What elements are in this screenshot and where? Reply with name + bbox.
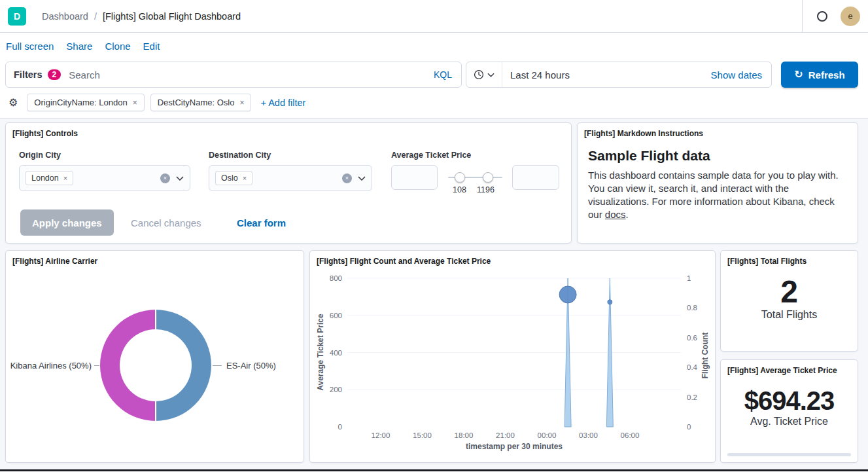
breadcrumb-dashboard[interactable]: Dashboard <box>42 11 88 22</box>
kql-button[interactable]: KQL <box>425 69 461 80</box>
markdown-body: This dashboard contains sample data for … <box>588 169 847 221</box>
price-range-row: 108 1196 <box>391 165 565 199</box>
avatar-initial: e <box>848 11 852 21</box>
filters-count-badge: 2 <box>48 69 61 80</box>
svg-text:200: 200 <box>330 386 342 393</box>
svg-text:0.6: 0.6 <box>687 334 697 342</box>
panel-title: [Flights] Average Ticket Price <box>721 360 858 375</box>
price-min-input[interactable] <box>391 165 438 190</box>
breadcrumb: Dashboard / [Flights] Global Flight Dash… <box>42 11 241 22</box>
clear-form-button[interactable]: Clear form <box>237 209 286 236</box>
breadcrumb-current-page: [Flights] Global Flight Dashboard <box>103 11 241 22</box>
chevron-down-icon[interactable] <box>358 176 366 181</box>
docs-link[interactable]: docs <box>605 209 626 220</box>
donut-hole <box>120 329 192 401</box>
dashboard-grid: [Flights] Controls Origin City London × … <box>0 118 868 469</box>
cancel-changes-button[interactable]: Cancel changes <box>131 209 201 236</box>
edit-link[interactable]: Edit <box>143 41 160 52</box>
refresh-label: Refresh <box>808 69 845 81</box>
user-avatar[interactable]: e <box>841 7 860 26</box>
remove-filter-icon[interactable]: × <box>133 99 137 107</box>
filters-button[interactable]: Filters 2 <box>6 62 69 87</box>
destination-city-tag[interactable]: Oslo × <box>215 171 252 185</box>
time-range-value[interactable]: Last 24 hours <box>502 69 711 81</box>
panel-markdown-instructions: [Flights] Markdown Instructions Sample F… <box>577 122 858 244</box>
donut-slice-gap <box>155 310 156 330</box>
avg-ticket-price-label: Avg. Ticket Price <box>721 416 858 427</box>
metric-gauge-bar <box>727 453 851 456</box>
header-bar: D Dashboard / [Flights] Global Flight Da… <box>0 0 868 33</box>
combobox-icons: × <box>160 173 184 183</box>
apply-changes-button[interactable]: Apply changes <box>20 209 114 236</box>
svg-text:21:00: 21:00 <box>496 431 515 439</box>
elastic-logo[interactable]: D <box>8 7 26 26</box>
range-min-value: 108 <box>453 185 466 194</box>
chevron-down-icon[interactable] <box>176 176 184 181</box>
ticket-price-label: Average Ticket Price <box>391 151 565 160</box>
panel-airline-carrier: [Flights] Airline Carrier Kibana Airline… <box>5 250 304 463</box>
destination-city-control: Destination City Oslo × × <box>209 151 372 191</box>
svg-text:12:00: 12:00 <box>372 431 391 439</box>
breadcrumb-separator: / <box>94 11 97 22</box>
remove-tag-icon[interactable]: × <box>63 175 67 182</box>
filter-pill-text: OriginCityName: London <box>34 98 127 107</box>
search-input[interactable] <box>69 69 425 81</box>
range-max-handle[interactable] <box>483 172 493 183</box>
ticket-price-control: Average Ticket Price 108 1196 <box>391 151 565 199</box>
remove-tag-icon[interactable]: × <box>243 175 247 182</box>
window-bottom-edge <box>0 469 868 471</box>
tag-text: Oslo <box>221 173 238 183</box>
panel-title: [Flights] Airline Carrier <box>6 251 304 266</box>
refresh-icon: ↻ <box>794 69 803 80</box>
full-screen-link[interactable]: Full screen <box>6 41 54 52</box>
dashboard-toolbar: Full screen Share Clone Edit <box>0 33 868 59</box>
svg-text:06:00: 06:00 <box>621 431 640 439</box>
chevron-down-icon <box>487 73 495 77</box>
svg-text:0: 0 <box>687 423 691 431</box>
time-quick-select-button[interactable] <box>466 62 502 87</box>
clear-selection-icon[interactable]: × <box>342 173 352 183</box>
clock-icon <box>474 69 484 80</box>
query-bar: Filters 2 KQL Last 24 hours Show dates ↻… <box>0 59 868 90</box>
panel-flight-count-price: [Flights] Flight Count and Average Ticke… <box>309 250 716 463</box>
svg-text:18:00: 18:00 <box>455 431 474 439</box>
svg-text:800: 800 <box>330 274 342 282</box>
show-dates-link[interactable]: Show dates <box>711 69 771 81</box>
pie-label-es-air: ES-Air (50%) <box>226 361 276 371</box>
svg-text:15:00: 15:00 <box>413 431 432 439</box>
panel-average-ticket-price: [Flights] Average Ticket Price $694.23 A… <box>720 359 858 463</box>
kibana-app: D Dashboard / [Flights] Global Flight Da… <box>0 0 868 471</box>
svg-text:600: 600 <box>330 312 342 319</box>
clear-selection-icon[interactable]: × <box>160 173 170 183</box>
share-link[interactable]: Share <box>66 41 92 52</box>
x-axis-title: timestamp per 30 minutes <box>347 442 681 451</box>
filter-options-gear-icon[interactable]: ⚙ <box>5 98 21 108</box>
svg-text:03:00: 03:00 <box>579 431 598 439</box>
panel-title: [Flights] Total Flights <box>721 251 858 266</box>
timeseries-chart[interactable]: 020040060080000.20.40.60.8112:0015:0018:… <box>310 251 716 463</box>
clone-link[interactable]: Clone <box>105 41 130 52</box>
price-max-input[interactable] <box>512 165 559 190</box>
remove-filter-icon[interactable]: × <box>239 99 244 107</box>
tag-text: London <box>31 173 59 183</box>
filter-pill-origin-city[interactable]: OriginCityName: London × <box>27 94 144 111</box>
refresh-button[interactable]: ↻ Refresh <box>781 62 858 88</box>
header-right-section: e <box>802 0 860 32</box>
total-flights-label: Total Flights <box>721 309 858 321</box>
add-filter-link[interactable]: + Add filter <box>260 98 305 108</box>
destination-city-combobox[interactable]: Oslo × × <box>209 165 372 191</box>
origin-city-tag[interactable]: London × <box>26 171 73 185</box>
help-icon[interactable] <box>817 11 827 22</box>
svg-text:0.2: 0.2 <box>687 393 697 401</box>
pie-leader-line <box>213 365 222 366</box>
range-min-handle[interactable] <box>455 172 465 183</box>
origin-city-control: Origin City London × × <box>19 151 190 191</box>
logo-letter: D <box>14 11 20 22</box>
filter-bar: ⚙ OriginCityName: London × DestCityName:… <box>0 90 868 118</box>
filter-pill-dest-city[interactable]: DestCityName: Oslo × <box>150 94 252 111</box>
donut-chart[interactable] <box>100 310 211 421</box>
filter-pill-text: DestCityName: Oslo <box>158 98 235 107</box>
price-range-slider[interactable]: 108 1196 <box>446 165 504 199</box>
svg-text:00:00: 00:00 <box>538 431 557 439</box>
origin-city-combobox[interactable]: London × × <box>19 165 190 191</box>
